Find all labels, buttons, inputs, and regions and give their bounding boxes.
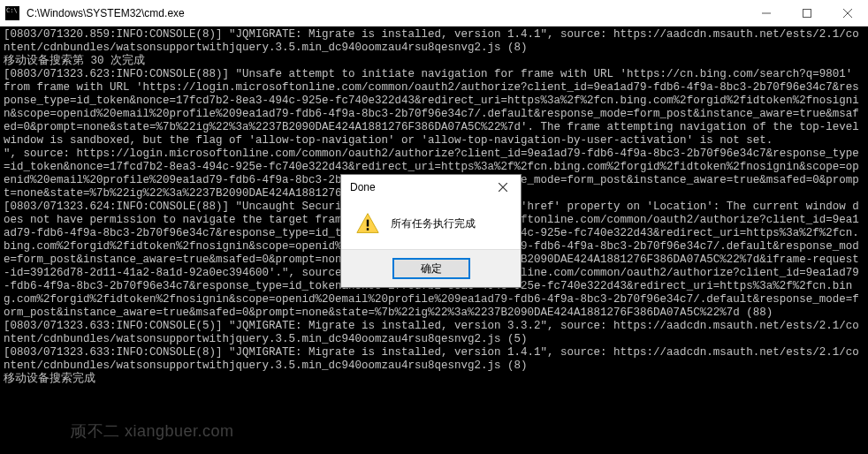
maximize-button[interactable] [787, 0, 827, 26]
dialog-button-row: 确定 [341, 249, 521, 287]
dialog-message: 所有任务执行完成 [391, 216, 476, 231]
svg-rect-1 [367, 220, 369, 227]
minimize-button[interactable] [746, 0, 787, 26]
warning-icon [355, 212, 380, 235]
dialog-title-text: Done [350, 181, 491, 193]
window-title: C:\Windows\SYSTEM32\cmd.exe [27, 7, 746, 19]
cmd-icon [5, 6, 19, 20]
close-button[interactable] [827, 0, 868, 26]
done-dialog: Done 所有任务执行完成 确定 [340, 174, 522, 288]
svg-rect-2 [367, 228, 369, 231]
window-titlebar: C:\Windows\SYSTEM32\cmd.exe [0, 0, 868, 26]
ok-button[interactable]: 确定 [393, 259, 469, 278]
dialog-titlebar: Done [341, 175, 521, 200]
dialog-body: 所有任务执行完成 [341, 200, 521, 249]
svg-rect-0 [803, 9, 811, 17]
dialog-close-button[interactable] [491, 178, 515, 197]
window-controls [746, 0, 868, 26]
